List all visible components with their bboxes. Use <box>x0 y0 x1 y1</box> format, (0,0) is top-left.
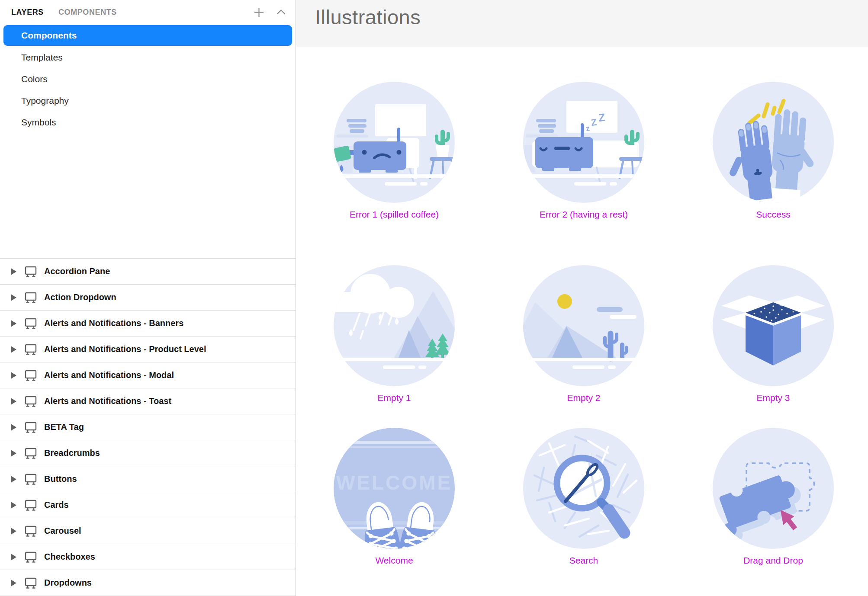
component-row-label: Buttons <box>44 474 77 484</box>
component-row-label: Alerts and Notifications - Banners <box>44 318 183 328</box>
disclosure-triangle-icon[interactable] <box>11 398 16 405</box>
disclosure-triangle-icon[interactable] <box>11 320 16 327</box>
welcome-mat-text: WELCOME <box>336 471 452 494</box>
component-row-buttons[interactable]: Buttons <box>0 466 296 492</box>
sidebar-page-typography[interactable]: Typography <box>0 90 296 112</box>
error2-illustration[interactable]: z Z Z <box>523 82 644 203</box>
tabbar-icons <box>253 6 287 18</box>
component-row-alerts-modal[interactable]: Alerts and Notifications - Modal <box>0 362 296 388</box>
artboard-label[interactable]: Search <box>569 555 598 566</box>
svg-text:Z: Z <box>598 111 606 124</box>
artboard-label[interactable]: Welcome <box>375 555 413 566</box>
disclosure-triangle-icon[interactable] <box>11 554 16 561</box>
component-row-action-dropdown[interactable]: Action Dropdown <box>0 285 296 311</box>
empty1-illustration[interactable] <box>334 265 455 386</box>
component-row-label: Alerts and Notifications - Toast <box>44 396 171 406</box>
sidebar-page-components[interactable]: Components <box>3 25 292 46</box>
artboard-icon <box>24 395 38 408</box>
disclosure-triangle-icon[interactable] <box>11 346 16 353</box>
sidebar-page-symbols[interactable]: Symbols <box>0 112 296 133</box>
component-row-alerts-banners[interactable]: Alerts and Notifications - Banners <box>0 311 296 336</box>
artboard-icon <box>24 525 38 538</box>
artboard-label[interactable]: Success <box>756 209 790 220</box>
illustration-cell-empty3[interactable]: Empty 3 <box>713 265 834 403</box>
page-label: Typography <box>21 96 69 106</box>
illustrations-artboard[interactable]: Error 1 (spilled coffee) <box>296 47 868 596</box>
illustration-cell-error1[interactable]: Error 1 (spilled coffee) <box>334 82 455 220</box>
page-label: Colors <box>21 74 48 84</box>
artboard-icon <box>24 473 38 486</box>
illustration-cell-search[interactable]: Search <box>523 428 644 566</box>
empty2-illustration[interactable] <box>523 265 644 386</box>
disclosure-triangle-icon[interactable] <box>11 372 16 379</box>
artboard-icon <box>24 343 38 356</box>
tab-layers[interactable]: LAYERS <box>11 8 44 17</box>
artboard-label[interactable]: Empty 3 <box>756 393 790 403</box>
artboard-icon <box>24 291 38 304</box>
component-row-accordion-pane[interactable]: Accordion Pane <box>0 259 296 285</box>
component-row-beta-tag[interactable]: BETA Tag <box>0 414 296 440</box>
artboard-label[interactable]: Empty 2 <box>567 393 600 403</box>
success-illustration[interactable] <box>713 82 834 203</box>
artboard-label[interactable]: Error 2 (having a rest) <box>540 209 628 220</box>
plus-icon[interactable] <box>253 6 265 18</box>
component-row-alerts-toast[interactable]: Alerts and Notifications - Toast <box>0 388 296 414</box>
component-row-checkboxes[interactable]: Checkboxes <box>0 544 296 570</box>
disclosure-triangle-icon[interactable] <box>11 528 16 535</box>
sun <box>557 294 572 309</box>
component-row-label: Checkboxes <box>44 552 95 562</box>
artboard-icon <box>24 447 38 460</box>
error1-illustration[interactable] <box>334 82 455 203</box>
artboard-title[interactable]: Illustrations <box>315 5 421 29</box>
disclosure-triangle-icon[interactable] <box>11 424 16 431</box>
component-row-cards[interactable]: Cards <box>0 492 296 518</box>
chevron-up-icon[interactable] <box>275 6 287 18</box>
search-illustration[interactable] <box>523 428 644 549</box>
component-row-alerts-product-level[interactable]: Alerts and Notifications - Product Level <box>0 336 296 362</box>
disclosure-triangle-icon[interactable] <box>11 450 16 457</box>
disclosure-triangle-icon[interactable] <box>11 476 16 483</box>
artboard-icon <box>24 369 38 382</box>
illustration-cell-success[interactable]: Success <box>713 82 834 220</box>
illustration-cell-empty1[interactable]: Empty 1 <box>334 265 455 403</box>
artboard-icon <box>24 577 38 590</box>
artboard-icon <box>24 499 38 512</box>
component-row-label: Accordion Pane <box>44 266 110 276</box>
tab-components[interactable]: COMPONENTS <box>58 8 117 17</box>
component-row-label: BETA Tag <box>44 422 84 432</box>
empty3-illustration[interactable] <box>713 265 834 386</box>
artboard-label[interactable]: Error 1 (spilled coffee) <box>350 209 439 220</box>
illustration-cell-welcome[interactable]: WELCOME <box>334 428 455 566</box>
artboard-label[interactable]: Drag and Drop <box>743 555 803 566</box>
illustration-cell-error2[interactable]: z Z Z <box>523 82 644 220</box>
artboard-icon <box>24 317 38 330</box>
component-row-label: Carousel <box>44 526 81 536</box>
component-row-label: Alerts and Notifications - Modal <box>44 370 174 380</box>
illustration-grid: Error 1 (spilled coffee) <box>334 47 836 566</box>
artboard-icon <box>24 551 38 564</box>
disclosure-triangle-icon[interactable] <box>11 294 16 301</box>
sidebar: LAYERS COMPONENTS Components Templates C… <box>0 0 296 596</box>
welcome-illustration[interactable]: WELCOME <box>334 428 455 549</box>
sidebar-page-colors[interactable]: Colors <box>0 68 296 90</box>
component-row-label: Action Dropdown <box>44 292 116 302</box>
illustration-cell-empty2[interactable]: Empty 2 <box>523 265 644 403</box>
drag-drop-illustration[interactable] <box>713 428 834 549</box>
component-row-label: Dropdowns <box>44 578 92 588</box>
artboard-icon <box>24 265 38 278</box>
disclosure-triangle-icon[interactable] <box>11 268 16 275</box>
component-row-breadcrumbs[interactable]: Breadcrumbs <box>0 440 296 466</box>
page-label: Templates <box>21 52 63 63</box>
page-list: Components Templates Colors Typography S… <box>0 25 296 133</box>
disclosure-triangle-icon[interactable] <box>11 580 16 586</box>
artboard-icon <box>24 421 38 434</box>
component-row-label: Alerts and Notifications - Product Level <box>44 344 206 354</box>
illustration-cell-drag-drop[interactable]: Drag and Drop <box>713 428 834 566</box>
sidebar-page-templates[interactable]: Templates <box>0 47 296 68</box>
artboard-label[interactable]: Empty 1 <box>377 393 411 403</box>
component-row-dropdowns[interactable]: Dropdowns <box>0 570 296 596</box>
component-row-label: Breadcrumbs <box>44 448 100 458</box>
component-row-carousel[interactable]: Carousel <box>0 518 296 544</box>
canvas[interactable]: Illustrations <box>296 0 868 596</box>
disclosure-triangle-icon[interactable] <box>11 502 16 509</box>
